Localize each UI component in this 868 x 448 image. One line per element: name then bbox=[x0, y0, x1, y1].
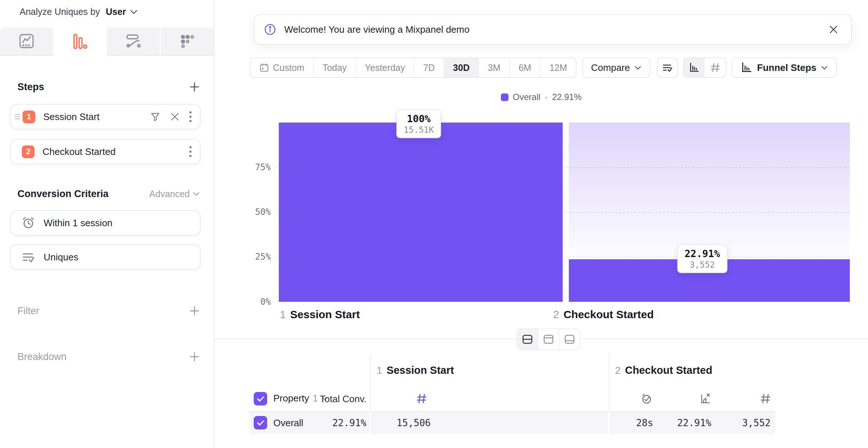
date-range-3m[interactable]: 3M bbox=[478, 58, 509, 77]
hash-icon bbox=[710, 62, 721, 73]
chart-legend[interactable]: Overall · 22.91% bbox=[214, 92, 868, 102]
conversion-criteria-title: Conversion Criteria bbox=[17, 188, 109, 200]
advanced-dropdown[interactable]: Advanced bbox=[149, 189, 200, 199]
x-axis-label-step-1: 1 Session Start bbox=[280, 308, 360, 321]
chevron-down-icon bbox=[130, 9, 138, 15]
table-only-view-button[interactable] bbox=[559, 329, 580, 349]
add-step-button[interactable] bbox=[189, 81, 200, 92]
funnel-ghost-checkout-started bbox=[569, 123, 850, 259]
row-column-gap bbox=[608, 412, 610, 434]
steps-title: Steps bbox=[17, 81, 44, 93]
total-conv-header[interactable]: Total Conv. bbox=[320, 393, 366, 405]
tooltip-count: 15.51K bbox=[403, 125, 434, 135]
filter-title: Filter bbox=[17, 305, 39, 317]
chart-toolbar: Custom Today Yesterday 7D 30D 3M 6M 12M … bbox=[250, 57, 837, 78]
close-banner-icon[interactable] bbox=[829, 25, 838, 34]
calendar-icon bbox=[259, 63, 269, 73]
breakdown-section-header: Breakdown bbox=[17, 348, 200, 366]
value-format-toggle bbox=[683, 57, 727, 78]
date-range-7d[interactable]: 7D bbox=[414, 58, 443, 77]
panel-layout-toggle bbox=[517, 328, 580, 350]
filter-step-icon[interactable] bbox=[150, 111, 161, 122]
drag-handle-icon[interactable] bbox=[15, 113, 20, 121]
step-options-kebab-icon[interactable] bbox=[189, 111, 192, 123]
date-range-30d[interactable]: 30D bbox=[443, 58, 478, 77]
compare-button[interactable]: Compare bbox=[582, 57, 650, 78]
legend-separator: · bbox=[545, 92, 548, 102]
chevron-down-icon bbox=[821, 65, 828, 70]
check-icon bbox=[257, 420, 265, 426]
banner-message: Welcome! You are viewing a Mixpanel demo bbox=[284, 24, 470, 35]
conversion-window-card[interactable]: Within 1 session bbox=[10, 210, 201, 236]
chart-display-controls: Funnel Steps bbox=[657, 57, 837, 78]
date-range-yesterday[interactable]: Yesterday bbox=[355, 58, 414, 77]
x-axis-label-step-2: 2 Checkout Started bbox=[553, 308, 654, 321]
conversion-rate-icon[interactable] bbox=[699, 393, 712, 405]
y-axis-tick: 75% bbox=[238, 162, 271, 172]
cell-total-conv: 22.91% bbox=[332, 417, 366, 428]
step-number-badge: 1 bbox=[23, 111, 35, 123]
bottom-panel-icon bbox=[564, 334, 575, 345]
tooltip-percent: 100% bbox=[403, 113, 434, 124]
tab-flows[interactable] bbox=[106, 27, 160, 56]
breakdown-title: Breakdown bbox=[17, 351, 67, 363]
remove-step-icon[interactable] bbox=[170, 112, 180, 121]
date-range-today[interactable]: Today bbox=[313, 58, 355, 77]
demo-banner: Welcome! You are viewing a Mixpanel demo bbox=[254, 14, 852, 45]
metric-uniques-button[interactable] bbox=[657, 57, 678, 78]
step-event-name[interactable]: Checkout Started bbox=[43, 146, 116, 157]
cell-step2-count: 3,552 bbox=[742, 417, 771, 428]
cell-step1-count: 15,506 bbox=[397, 417, 431, 428]
retention-icon bbox=[179, 33, 196, 49]
counting-method-label: Uniques bbox=[44, 252, 78, 263]
legend-swatch bbox=[501, 93, 509, 101]
show-percent-chart-button[interactable] bbox=[684, 58, 705, 77]
step-card-2[interactable]: 2 Checkout Started bbox=[10, 139, 201, 164]
date-range-picker: Custom Today Yesterday 7D 30D 3M 6M 12M bbox=[250, 57, 576, 78]
add-filter-button[interactable] bbox=[189, 305, 200, 316]
chart-type-selector[interactable]: Funnel Steps bbox=[732, 57, 837, 78]
chevron-down-icon bbox=[193, 192, 200, 196]
y-axis-tick: 0% bbox=[238, 297, 271, 307]
show-number-button[interactable] bbox=[705, 58, 726, 77]
split-view-icon bbox=[522, 334, 533, 345]
hash-icon[interactable] bbox=[416, 393, 427, 404]
row-column-gap bbox=[369, 412, 371, 434]
select-all-checkbox[interactable] bbox=[254, 392, 267, 405]
funnel-bar-session-start[interactable] bbox=[279, 123, 563, 302]
row-checkbox[interactable] bbox=[254, 416, 267, 429]
tab-retention[interactable] bbox=[160, 27, 214, 56]
insights-icon bbox=[18, 33, 35, 49]
step-event-name[interactable]: Session Start bbox=[43, 111, 100, 123]
info-icon bbox=[264, 23, 276, 36]
counting-method-card[interactable]: Uniques bbox=[10, 244, 201, 270]
hash-icon[interactable] bbox=[760, 393, 771, 404]
bar-chart-icon bbox=[688, 62, 700, 73]
steps-section-header: Steps bbox=[17, 78, 200, 96]
flows-icon bbox=[125, 33, 142, 49]
chart-only-view-button[interactable] bbox=[538, 329, 559, 349]
add-breakdown-button[interactable] bbox=[189, 351, 200, 362]
step-options-kebab-icon[interactable] bbox=[189, 145, 192, 158]
date-range-6m[interactable]: 6M bbox=[509, 58, 540, 77]
legend-series: Overall bbox=[513, 92, 541, 102]
filter-section-header: Filter bbox=[17, 302, 200, 320]
split-view-button[interactable] bbox=[517, 329, 538, 349]
tab-insights[interactable] bbox=[0, 27, 53, 56]
time-to-convert-icon[interactable] bbox=[640, 393, 653, 405]
tooltip-percent: 22.91% bbox=[684, 248, 720, 259]
step-number-badge: 2 bbox=[22, 145, 35, 158]
check-icon bbox=[257, 396, 265, 402]
date-range-12m[interactable]: 12M bbox=[540, 58, 576, 77]
report-type-tabs bbox=[0, 27, 214, 56]
step-card-1[interactable]: 1 Session Start bbox=[10, 104, 201, 129]
date-range-custom[interactable]: Custom bbox=[250, 58, 313, 77]
legend-value: 22.91% bbox=[552, 92, 582, 102]
cell-step2-rate: 22.91% bbox=[677, 417, 711, 428]
top-panel-icon bbox=[543, 334, 554, 345]
table-group-header-step-2: 2 Checkout Started bbox=[615, 364, 712, 376]
conversion-window-label: Within 1 session bbox=[44, 217, 112, 229]
analyze-entity-dropdown[interactable]: User bbox=[106, 7, 126, 17]
tab-funnels[interactable] bbox=[53, 27, 106, 56]
tooltip-count: 3,552 bbox=[684, 260, 720, 269]
